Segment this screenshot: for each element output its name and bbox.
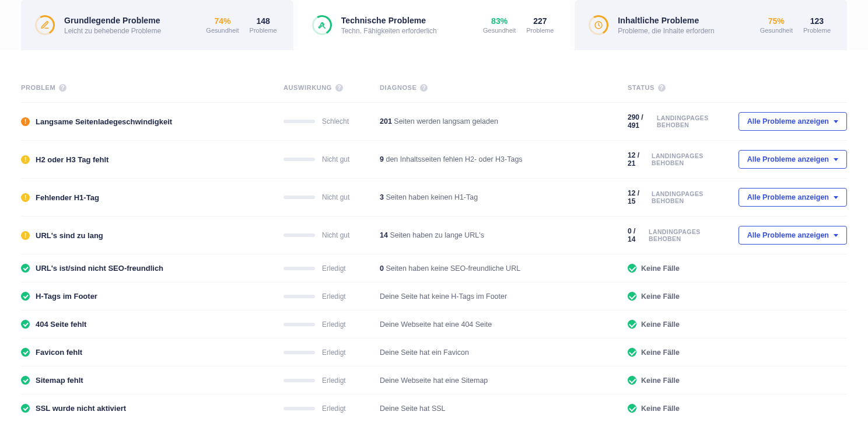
impact-label: Erledigt <box>322 348 346 357</box>
tab-title: Technische Probleme <box>341 16 473 25</box>
impact-bar <box>284 120 315 123</box>
table-row: ! URL's sind zu lang Nicht gut 14 Seiten… <box>21 217 847 254</box>
impact-label: Erledigt <box>322 264 346 273</box>
impact-label: Schlecht <box>322 117 349 125</box>
check-icon <box>628 320 636 329</box>
tab-health-label: Gesundheit <box>206 27 239 34</box>
check-icon <box>628 292 636 301</box>
help-icon[interactable]: ? <box>658 84 666 92</box>
problem-title[interactable]: Fehlender H1-Tag <box>36 193 99 202</box>
severity-icon: ! <box>21 117 30 126</box>
tab-problems-value: 123 <box>803 16 831 26</box>
problem-title[interactable]: SSL wurde nicht aktiviert <box>36 404 126 413</box>
status-none: Keine Fälle <box>628 376 680 385</box>
help-icon[interactable]: ? <box>420 84 428 92</box>
diagnosis-text: Deine Webseite hat eine Sitemap <box>380 376 628 385</box>
severity-icon <box>21 292 30 301</box>
chevron-down-icon <box>834 196 838 199</box>
diagnosis-text: 0 Seiten haben keine SEO-freundliche URL <box>380 264 628 273</box>
problem-title[interactable]: 404 Seite fehlt <box>36 320 86 329</box>
status-none: Keine Fälle <box>628 264 680 273</box>
tab-problems-label: Probleme <box>250 27 277 34</box>
category-tabs: Grundlegende Probleme Leicht zu behebend… <box>0 0 868 50</box>
show-all-problems-button[interactable]: Alle Probleme anzeigen <box>738 188 847 207</box>
svg-point-0 <box>595 22 602 29</box>
tab-subtitle: Techn. Fähigkeiten erforderlich <box>341 27 473 35</box>
impact-label: Erledigt <box>322 292 346 301</box>
problem-title[interactable]: H2 oder H3 Tag fehlt <box>36 155 108 164</box>
help-icon[interactable]: ? <box>59 84 66 92</box>
impact-bar <box>284 158 315 161</box>
tab-health-value: 74% <box>206 16 239 26</box>
check-icon <box>628 376 636 385</box>
show-all-problems-button[interactable]: Alle Probleme anzeigen <box>738 112 847 131</box>
table-row: 404 Seite fehlt Erledigt Deine Webseite … <box>21 311 847 339</box>
impact-bar <box>284 351 315 354</box>
severity-icon: ! <box>21 231 30 240</box>
diagnosis-text: Deine Seite hat keine H-Tags im Footer <box>380 292 628 301</box>
diagnosis-text: 9 den Inhaltsseiten fehlen H2- oder H3-T… <box>380 155 628 163</box>
tab-health-value: 83% <box>483 16 516 26</box>
category-tab[interactable]: Grundlegende Probleme Leicht zu behebend… <box>21 0 293 50</box>
check-icon <box>628 404 636 413</box>
table-header: PROBLEM? AUSWIRKUNG? DIAGNOSE? STATUS? <box>21 78 847 103</box>
table-row: H-Tags im Footer Erledigt Deine Seite ha… <box>21 283 847 311</box>
col-diagnosis-header: DIAGNOSE <box>380 84 416 91</box>
col-status-header: STATUS <box>628 84 654 91</box>
category-tab[interactable]: Inhaltliche Probleme Probleme, die Inhal… <box>575 0 847 50</box>
show-all-problems-button[interactable]: Alle Probleme anzeigen <box>738 226 847 245</box>
category-tab[interactable]: Technische Probleme Techn. Fähigkeiten e… <box>298 0 570 50</box>
table-row: SSL wurde nicht aktiviert Erledigt Deine… <box>21 395 847 422</box>
impact-label: Erledigt <box>322 376 346 385</box>
tab-health-label: Gesundheit <box>483 27 516 34</box>
impact-bar <box>284 323 315 326</box>
impact-label: Erledigt <box>322 320 346 329</box>
tab-problems-value: 227 <box>526 16 554 26</box>
tab-health-label: Gesundheit <box>760 27 793 34</box>
severity-icon <box>21 264 30 273</box>
problem-title[interactable]: URL's ist/sind nicht SEO-freundlich <box>36 264 163 273</box>
tools-icon <box>312 15 332 35</box>
impact-bar <box>284 267 315 270</box>
impact-label: Nicht gut <box>322 155 349 163</box>
impact-bar <box>284 233 315 237</box>
impact-label: Nicht gut <box>322 193 349 201</box>
problem-title[interactable]: H-Tags im Footer <box>36 292 97 301</box>
severity-icon <box>21 404 30 413</box>
table-row: ! H2 oder H3 Tag fehlt Nicht gut 9 den I… <box>21 141 847 179</box>
severity-icon: ! <box>21 155 30 164</box>
pencil-icon <box>35 15 55 35</box>
check-icon <box>628 264 636 273</box>
tab-health-value: 75% <box>760 16 793 26</box>
severity-icon <box>21 376 30 385</box>
impact-bar <box>284 196 315 199</box>
col-problem-header: PROBLEM <box>21 84 55 91</box>
help-icon[interactable]: ? <box>335 84 343 92</box>
severity-icon <box>21 320 30 329</box>
status-count: 12 / 15 LANDINGPAGES BEHOBEN <box>628 189 729 205</box>
tab-problems-label: Probleme <box>526 27 554 34</box>
table-row: ! Langsame Seitenladegeschwindigkeit Sch… <box>21 103 847 141</box>
problem-title[interactable]: Favicon fehlt <box>36 348 82 357</box>
file-icon <box>589 15 608 35</box>
table-row: Favicon fehlt Erledigt Deine Seite hat e… <box>21 339 847 367</box>
table-row: ! Fehlender H1-Tag Nicht gut 3 Seiten ha… <box>21 179 847 217</box>
impact-label: Erledigt <box>322 404 346 413</box>
impact-label: Nicht gut <box>322 231 349 239</box>
severity-icon: ! <box>21 193 30 202</box>
problem-title[interactable]: Sitemap fehlt <box>36 376 83 385</box>
status-none: Keine Fälle <box>628 404 680 413</box>
status-count: 0 / 14 LANDINGPAGES BEHOBEN <box>628 227 729 243</box>
diagnosis-text: 3 Seiten haben keinen H1-Tag <box>380 193 628 201</box>
problem-title[interactable]: Langsame Seitenladegeschwindigkeit <box>36 117 172 126</box>
chevron-down-icon <box>834 234 838 237</box>
chevron-down-icon <box>834 158 838 161</box>
chevron-down-icon <box>834 120 838 123</box>
table-row: URL's ist/sind nicht SEO-freundlich Erle… <box>21 254 847 283</box>
diagnosis-text: Deine Seite hat ein Favicon <box>380 348 628 357</box>
impact-bar <box>284 379 315 382</box>
problem-title[interactable]: URL's sind zu lang <box>36 231 103 240</box>
tab-problems-value: 148 <box>250 16 277 26</box>
diagnosis-text: Deine Seite hat SSL <box>380 404 628 413</box>
show-all-problems-button[interactable]: Alle Probleme anzeigen <box>738 150 847 169</box>
